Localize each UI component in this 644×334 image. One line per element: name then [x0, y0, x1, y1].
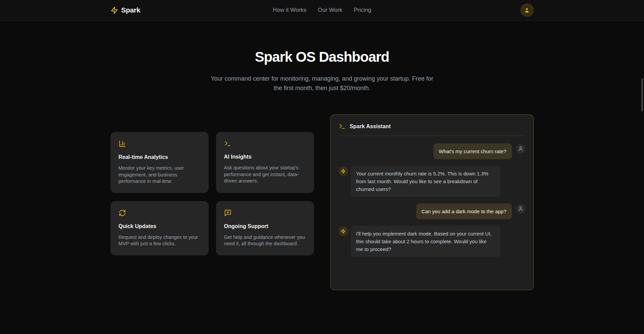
nav-link-how-it-works[interactable]: How it Works — [273, 7, 306, 13]
chat-bubble-user: Can you add a dark mode to the app? — [416, 203, 512, 219]
assistant-panel-header: Spark Assistant — [339, 123, 525, 130]
message-square-plus-icon — [224, 209, 306, 217]
assistant-panel-title: Spark Assistant — [350, 123, 391, 130]
zap-icon — [341, 229, 346, 234]
chat-bubble-user: What's my current churn rate? — [433, 143, 512, 159]
page-scrollbar-thumb[interactable] — [641, 78, 643, 111]
feature-card: Quick Updates Request and deploy changes… — [111, 201, 209, 255]
panel-divider — [339, 136, 525, 136]
assistant-chat-avatar — [339, 226, 348, 236]
feature-title: Ongoing Support — [224, 223, 306, 229]
feature-description: Request and deploy changes to your MVP w… — [119, 234, 201, 247]
nav-links: How it WorksOur WorkPricing — [273, 7, 371, 13]
feature-card: Ongoing Support Get help and guidance wh… — [216, 201, 314, 255]
chat-message-assistant: I'll help you implement dark mode. Based… — [339, 226, 525, 257]
user-chat-avatar — [516, 144, 525, 154]
chat-message-user: Can you add a dark mode to the app? — [339, 203, 525, 219]
user-avatar-button[interactable] — [520, 3, 534, 17]
chat-bubble-assistant: Your current monthly churn rate is 5.2%.… — [351, 166, 500, 197]
feature-card: AI Insights Ask questions about your sta… — [216, 132, 314, 193]
refresh-icon — [119, 209, 201, 217]
feature-title: Quick Updates — [119, 223, 201, 229]
user-icon — [518, 206, 523, 212]
chat-messages: What's my current churn rate?Your curren… — [339, 143, 525, 257]
brand-name: Spark — [121, 6, 141, 14]
feature-description: Get help and guidance whenever you need … — [224, 234, 306, 247]
zap-icon — [111, 6, 118, 14]
page-title: Spark OS Dashboard — [0, 49, 644, 65]
assistant-chat-avatar — [339, 166, 348, 176]
user-chat-avatar — [516, 204, 525, 214]
user-icon — [518, 146, 523, 151]
feature-title: Real-time Analytics — [119, 154, 201, 160]
nav-link-our-work[interactable]: Our Work — [318, 7, 342, 13]
brand-logo[interactable]: Spark — [111, 6, 141, 14]
hero-section: Spark OS Dashboard Your command center f… — [0, 21, 644, 93]
chart-column-icon — [119, 140, 201, 147]
terminal-icon — [339, 123, 346, 130]
feature-title: AI Insights — [224, 154, 306, 160]
nav-link-pricing[interactable]: Pricing — [354, 7, 371, 13]
zap-icon — [341, 169, 346, 174]
top-nav: Spark How it WorksOur WorkPricing — [0, 0, 644, 21]
chat-message-user: What's my current churn rate? — [339, 143, 525, 159]
user-filled-icon — [524, 7, 530, 13]
chat-message-assistant: Your current monthly churn rate is 5.2%.… — [339, 166, 525, 197]
feature-description: Monitor your key metrics, user engagemen… — [119, 165, 201, 185]
chat-bubble-assistant: I'll help you implement dark mode. Based… — [351, 226, 500, 257]
feature-grid: Real-time Analytics Monitor your key met… — [111, 132, 314, 255]
terminal-icon — [224, 140, 306, 147]
feature-description: Ask questions about your startup's perfo… — [224, 165, 306, 185]
main-section: Real-time Analytics Monitor your key met… — [111, 114, 534, 290]
assistant-panel: Spark Assistant What's my current churn … — [330, 114, 534, 290]
feature-card: Real-time Analytics Monitor your key met… — [111, 132, 209, 193]
page-subtitle: Your command center for monitoring, mana… — [206, 74, 438, 93]
